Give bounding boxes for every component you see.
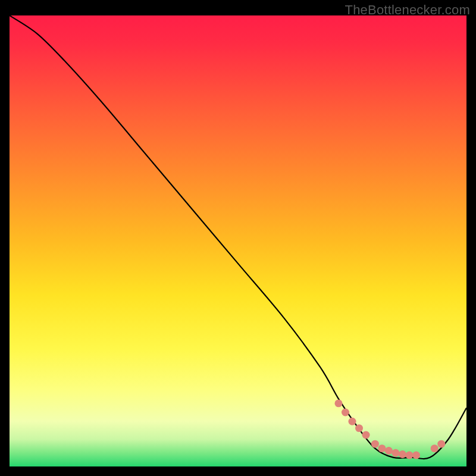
marker-point [334, 399, 342, 407]
marker-point [342, 409, 349, 416]
sweet-spot-markers [334, 399, 445, 459]
chart-frame: TheBottlenecker.com [0, 0, 476, 476]
marker-point [362, 431, 370, 439]
marker-point [385, 447, 393, 455]
marker-point [399, 450, 406, 458]
marker-point [431, 444, 439, 452]
bottleneck-curve [10, 15, 466, 459]
attribution-label: TheBottlenecker.com [345, 2, 470, 18]
curve-layer [10, 15, 466, 466]
marker-point [405, 452, 413, 459]
marker-point [392, 449, 399, 457]
marker-point [348, 418, 356, 425]
marker-point [437, 440, 445, 448]
plot-area [10, 15, 466, 466]
marker-point [378, 444, 386, 452]
marker-point [371, 440, 379, 448]
marker-point [355, 424, 363, 432]
marker-point [412, 452, 420, 459]
